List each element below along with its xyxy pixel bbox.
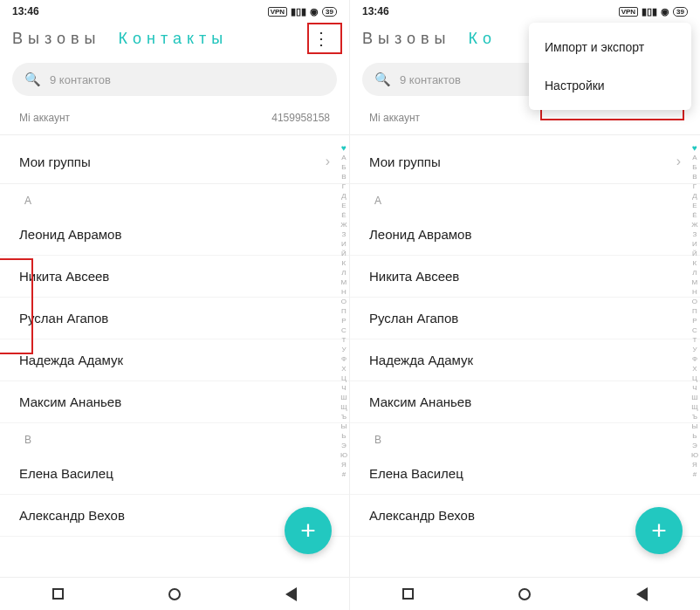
back-button[interactable]	[636, 587, 648, 601]
home-button[interactable]	[518, 588, 531, 600]
contact-item[interactable]: Надежда Адамук	[350, 339, 700, 381]
alpha-letter[interactable]: Ы	[691, 422, 697, 431]
add-contact-fab[interactable]: +	[635, 507, 683, 554]
alpha-letter[interactable]: У	[341, 345, 346, 354]
alpha-letter[interactable]: Й	[341, 249, 347, 258]
alpha-letter[interactable]: К	[693, 258, 697, 268]
alpha-letter[interactable]: Ю	[340, 450, 347, 460]
tab-calls[interactable]: Вызовы	[362, 30, 451, 48]
tab-contacts[interactable]: Ко	[469, 30, 498, 48]
alpha-letter[interactable]: Ч	[692, 383, 697, 393]
alpha-letter[interactable]: Д	[692, 191, 697, 201]
contact-item[interactable]: Максим Ананьев	[0, 381, 349, 423]
alpha-letter[interactable]: Е	[341, 201, 346, 210]
search-input[interactable]: 🔍 9 контактов	[12, 63, 337, 96]
alpha-letter[interactable]: Р	[692, 316, 697, 326]
alpha-letter[interactable]: Ц	[692, 374, 697, 383]
alpha-letter[interactable]: Ь	[692, 431, 697, 441]
alpha-letter[interactable]: О	[341, 297, 347, 306]
tab-contacts[interactable]: Контакты	[119, 30, 229, 48]
alpha-letter[interactable]: Ё	[692, 210, 697, 220]
alpha-letter[interactable]: Ж	[340, 220, 347, 230]
contact-item[interactable]: Руслан Агапов	[350, 298, 700, 339]
recents-button[interactable]	[402, 588, 414, 600]
favorites-icon[interactable]: ♥	[692, 143, 697, 153]
menu-settings[interactable]: Настройки	[529, 66, 691, 105]
alpha-letter[interactable]: Э	[341, 441, 347, 450]
my-groups-row[interactable]: Мои группы ›	[0, 140, 349, 184]
add-contact-fab[interactable]: +	[285, 507, 332, 554]
contact-item[interactable]: Елена Василец	[350, 453, 700, 495]
alpha-letter[interactable]: Л	[341, 268, 346, 278]
alpha-index[interactable]: ♥ АБВГДЕЁЖЗИЙКЛМНОПРСТУФХЦЧШЩЪЫЬЭЮЯ#	[691, 143, 698, 479]
alpha-letter[interactable]: Л	[692, 268, 697, 278]
alpha-letter[interactable]: А	[341, 153, 346, 162]
alpha-letter[interactable]: Й	[692, 249, 697, 258]
alpha-letter[interactable]: #	[342, 469, 346, 479]
alpha-letter[interactable]: Ф	[341, 354, 347, 364]
alpha-letter[interactable]: Х	[692, 364, 697, 374]
alpha-letter[interactable]: Б	[692, 162, 697, 172]
alpha-letter[interactable]: Ь	[341, 431, 346, 441]
alpha-letter[interactable]: Щ	[691, 402, 698, 412]
alpha-letter[interactable]: П	[341, 306, 347, 316]
contact-item[interactable]: Никита Авсеев	[350, 256, 700, 298]
contact-item[interactable]: Елена Василец	[0, 453, 349, 495]
alpha-letter[interactable]: Н	[692, 287, 697, 297]
account-row[interactable]: Mi аккаунт 4159958158	[0, 105, 349, 134]
alpha-letter[interactable]: О	[692, 297, 697, 306]
alpha-letter[interactable]: Ф	[692, 354, 697, 364]
alpha-letter[interactable]: Ш	[340, 393, 347, 402]
contact-item[interactable]: Леонид Аврамов	[0, 214, 349, 256]
alpha-letter[interactable]: Б	[341, 162, 346, 172]
alpha-letter[interactable]: Ё	[341, 210, 346, 220]
alpha-letter[interactable]: Ю	[691, 450, 698, 460]
alpha-letter[interactable]: З	[342, 230, 347, 239]
alpha-letter[interactable]: И	[692, 239, 697, 249]
alpha-letter[interactable]: З	[693, 230, 697, 239]
alpha-letter[interactable]: П	[692, 306, 697, 316]
alpha-letter[interactable]: В	[692, 172, 697, 182]
alpha-letter[interactable]: Щ	[340, 402, 347, 412]
alpha-letter[interactable]: Ш	[691, 393, 697, 402]
alpha-letter[interactable]: Ц	[341, 374, 347, 383]
alpha-letter[interactable]: В	[341, 172, 346, 182]
alpha-index[interactable]: ♥ АБВГДЕЁЖЗИЙКЛМНОПРСТУФХЦЧШЩЪЫЬЭЮЯ#	[340, 143, 347, 479]
my-groups-row[interactable]: Мои группы ›	[350, 140, 700, 184]
alpha-letter[interactable]: Е	[692, 201, 697, 210]
tab-calls[interactable]: Вызовы	[12, 30, 101, 48]
alpha-letter[interactable]: Ы	[340, 422, 347, 431]
alpha-letter[interactable]: С	[692, 326, 697, 335]
alpha-letter[interactable]: Н	[341, 287, 347, 297]
contact-item[interactable]: Надежда Адамук	[0, 339, 349, 381]
alpha-letter[interactable]: К	[342, 258, 347, 268]
alpha-letter[interactable]: Я	[341, 460, 347, 469]
alpha-letter[interactable]: М	[341, 278, 347, 287]
recents-button[interactable]	[52, 588, 64, 600]
alpha-letter[interactable]: #	[693, 469, 697, 479]
alpha-letter[interactable]: Ъ	[692, 412, 697, 422]
alpha-letter[interactable]: Р	[341, 316, 346, 326]
back-button[interactable]	[285, 587, 297, 601]
favorites-icon[interactable]: ♥	[341, 143, 347, 153]
contact-item[interactable]: Максим Ананьев	[350, 381, 700, 423]
alpha-letter[interactable]: Ж	[691, 220, 697, 230]
alpha-letter[interactable]: Г	[342, 182, 346, 191]
contact-item[interactable]: Леонид Аврамов	[350, 214, 700, 256]
alpha-letter[interactable]: И	[341, 239, 347, 249]
alpha-letter[interactable]: Т	[693, 335, 697, 345]
alpha-letter[interactable]: Д	[341, 191, 346, 201]
alpha-letter[interactable]: Г	[693, 182, 697, 191]
menu-import-export[interactable]: Импорт и экспорт	[529, 28, 691, 66]
home-button[interactable]	[168, 588, 181, 600]
alpha-letter[interactable]: Ч	[341, 383, 346, 393]
contact-item[interactable]: Руслан Агапов	[0, 298, 349, 339]
alpha-letter[interactable]: А	[692, 153, 697, 162]
contact-item[interactable]: Никита Авсеев	[0, 256, 349, 298]
alpha-letter[interactable]: М	[692, 278, 698, 287]
alpha-letter[interactable]: Э	[692, 441, 697, 450]
alpha-letter[interactable]: Х	[341, 364, 346, 374]
alpha-letter[interactable]: Я	[692, 460, 697, 469]
alpha-letter[interactable]: Ъ	[341, 412, 347, 422]
overflow-menu-icon[interactable]: ⋮	[305, 26, 337, 51]
